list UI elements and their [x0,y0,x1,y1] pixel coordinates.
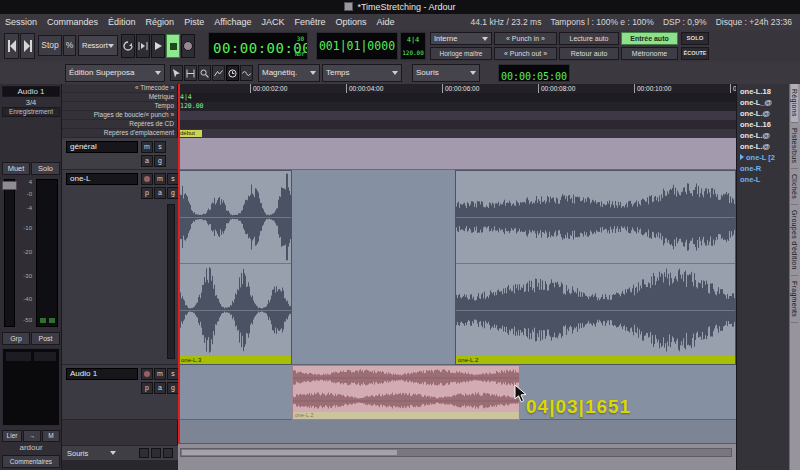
region-list-item[interactable]: one-L_@ [740,97,772,108]
automation-button[interactable]: a [141,155,153,167]
cd-marker-ruler[interactable] [178,120,736,129]
track-header-master[interactable]: général m s a g [62,138,178,170]
track-name-button[interactable]: Audio 1 [2,86,60,97]
track-name-field[interactable]: one-L [66,173,138,185]
automation-button[interactable]: a [154,382,166,394]
gain-fader-handle[interactable] [2,181,17,190]
menu-region[interactable]: Région [141,14,180,30]
tempo-ruler-label[interactable]: Tempo [62,102,178,111]
snap-mode-select[interactable]: Magnétiq. [258,64,320,82]
track-header-one-l[interactable]: one-L m s p a g [62,170,178,365]
region-list-item[interactable]: one-L.18 [740,86,771,97]
timestretch-region[interactable]: one-L.2 [292,365,520,420]
region-list-item[interactable]: one-L.@ [740,130,770,141]
track-canvas[interactable]: 00:00:02:00 00:00:04:00 00:00:06:00 00:0… [178,84,736,470]
meter-ruler[interactable]: 4|4 [178,93,736,102]
track-header-audio1[interactable]: Audio 1 m s p a g [62,365,178,420]
menu-fenetre[interactable]: Fenêtre [290,14,331,30]
snap-unit-select[interactable]: Temps [322,64,402,82]
tab-regions[interactable]: Régions [791,84,798,123]
tab-snapshots[interactable]: Clichés [791,169,798,205]
record-enable-button[interactable] [141,368,153,380]
edit-mode-select[interactable]: Édition Superposa [65,64,165,82]
gain-fader-track[interactable] [4,179,15,327]
stop-button[interactable] [166,34,180,58]
menu-aide[interactable]: Aide [372,14,400,30]
menu-session[interactable]: Session [0,14,42,30]
region-list-item[interactable]: one-L [740,174,760,185]
menu-piste[interactable]: Piste [179,14,209,30]
loop-punch-ruler[interactable] [178,111,736,120]
timefx-tool-button[interactable] [226,65,239,81]
primary-clock[interactable]: 00:00:00:00 30 NDF [208,32,308,60]
audio-region-one-l-3[interactable]: one-L.3 [178,170,292,365]
mini-button[interactable] [163,448,173,458]
tempo-marker[interactable]: 120.00 [180,102,203,111]
horizontal-scrollbar[interactable] [180,448,732,457]
menu-jack[interactable]: JACK [257,14,290,30]
auto-return-button[interactable]: Retour auto [559,47,619,60]
audio-region-one-l-2[interactable]: one-L.2 [455,170,736,365]
menu-affichage[interactable]: Affichage [209,14,256,30]
location-marker-ruler-label[interactable]: Repères d'emplacement [62,129,178,138]
listen-button[interactable]: ÉCOUTE [681,47,709,60]
cd-marker-ruler-label[interactable]: Repères de CD [62,120,178,129]
timecode-ruler-label[interactable]: « Timecode » [62,84,178,93]
range-tool-button[interactable] [184,65,197,81]
playlist-button[interactable]: p [141,187,153,199]
scrollbar-thumb[interactable] [182,450,397,455]
location-marker-ruler[interactable]: début [178,129,736,138]
spring-select[interactable]: Ressort [78,35,118,56]
playhead[interactable] [178,84,180,443]
secondary-clock[interactable]: 001|01|0000 [316,32,398,60]
region-list-item[interactable]: one-L.@ [740,141,770,152]
menu-edition[interactable]: Édition [103,14,141,30]
play-button[interactable] [151,34,165,58]
tab-edit-groups[interactable]: Groupes d'édition [791,205,798,276]
loop-punch-ruler-label[interactable]: Plages de boucle/« punch » [62,111,178,120]
record-enable-button[interactable] [141,173,153,185]
solo-button[interactable]: Solo [31,162,60,175]
tab-tracks-busses[interactable]: Pistes/bus [791,123,798,169]
scrub-tool-button[interactable] [240,65,253,81]
percent-button[interactable]: % [63,35,76,56]
group-button[interactable]: g [154,155,166,167]
pointer-tool-button[interactable] [170,65,183,81]
region-list-item[interactable]: one-L [2 [740,152,775,163]
automation-button[interactable]: a [154,187,166,199]
sync-source-select[interactable]: Interne [430,32,492,45]
mini-button[interactable] [151,448,161,458]
metronome-button[interactable]: Métronome [621,47,678,60]
punch-out-button[interactable]: « Punch out » [494,47,557,60]
mono-button[interactable]: M [42,430,60,442]
start-marker[interactable]: début [178,130,202,137]
tab-chunks[interactable]: Fragments [791,276,798,323]
edit-point-clock[interactable]: 00:00:05:00 [498,64,570,82]
master-clock-button[interactable]: Horloge maître [430,47,492,60]
play-selection-button[interactable] [136,34,150,58]
auto-input-button[interactable]: Entrée auto [621,32,678,45]
region-list-item[interactable]: one-R [740,163,761,174]
comments-button[interactable]: Commentaires [2,455,60,468]
solo-button[interactable]: s [154,141,166,153]
panner-automation-button[interactable] [6,352,31,361]
track-lane-master[interactable] [178,138,736,170]
menu-commandes[interactable]: Commandes [42,14,103,30]
loop-button[interactable] [121,34,135,58]
meter-point-button[interactable]: Post [31,332,60,345]
panner-link-button[interactable] [34,352,56,361]
edit-point-select[interactable]: Souris [412,64,480,82]
auto-play-button[interactable]: Lecture auto [559,32,619,45]
mute-button[interactable]: Muet [2,162,30,175]
mute-button[interactable]: m [154,368,166,380]
timecode-ruler[interactable]: 00:00:02:00 00:00:04:00 00:00:06:00 00:0… [178,84,736,93]
stop-mode-button[interactable]: Stop [38,35,62,56]
minimized-track-row[interactable]: Souris [62,445,178,460]
track-name-field[interactable]: Audio 1 [66,368,138,380]
titlebar[interactable]: *TimeStretching - Ardour [0,0,800,14]
goto-start-button[interactable] [4,33,19,59]
nudge-button[interactable]: → [23,430,41,442]
mini-button[interactable] [139,448,149,458]
region-list-item[interactable]: one-L.@ [740,108,770,119]
region-list-item[interactable]: one-L.16 [740,119,771,130]
